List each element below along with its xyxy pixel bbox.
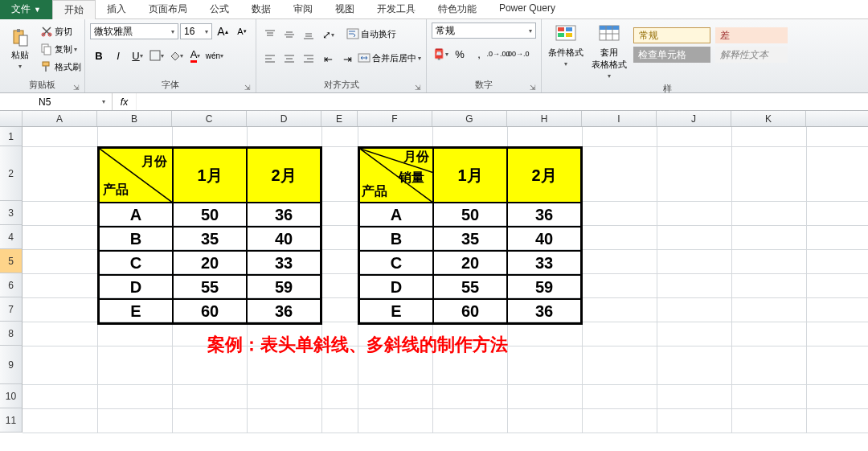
bold-button[interactable]: B	[90, 47, 108, 64]
svg-rect-32	[566, 27, 572, 31]
tab-插入[interactable]: 插入	[96, 0, 137, 19]
col-header-J[interactable]: J	[657, 111, 731, 126]
col-header-B[interactable]: B	[97, 111, 172, 126]
row-header-4[interactable]: 4	[0, 225, 23, 249]
row-header-6[interactable]: 6	[0, 273, 23, 297]
cell-style-explain[interactable]: 解释性文本	[715, 47, 788, 63]
row-header-11[interactable]: 11	[0, 408, 23, 433]
align-top-button[interactable]	[261, 26, 279, 43]
fx-button[interactable]: fx	[113, 93, 137, 110]
decrease-decimal-button[interactable]: .00→.0	[509, 45, 526, 63]
number-format-select[interactable]: 常规▾	[432, 23, 536, 39]
col-header-E[interactable]: E	[321, 111, 358, 126]
fill-color-button[interactable]: ▾	[167, 47, 185, 64]
svg-line-40	[100, 149, 174, 203]
row-headers: 1234567891011	[0, 127, 23, 433]
data-table: 月份产品1月2月A5036B3540C2033D5559E6036	[97, 146, 322, 325]
cut-button[interactable]: 剪切	[40, 23, 81, 39]
dialog-launcher-icon[interactable]: ⇲	[530, 84, 536, 92]
italic-button[interactable]: I	[109, 47, 127, 64]
row-header-9[interactable]: 9	[0, 346, 23, 384]
select-all-corner[interactable]	[0, 111, 23, 126]
format-table-button[interactable]: 套用 表格格式▾	[590, 23, 628, 80]
row-header-8[interactable]: 8	[0, 322, 23, 346]
merge-icon	[358, 51, 371, 64]
cell-style-normal[interactable]: 常规	[633, 27, 710, 43]
phonetic-button[interactable]: wén▾	[206, 47, 223, 64]
dialog-launcher-icon[interactable]: ⇲	[415, 84, 421, 92]
increase-decimal-button[interactable]: .0→.00	[489, 45, 507, 63]
align-middle-button[interactable]	[280, 26, 298, 43]
cell-style-bad[interactable]: 差	[715, 27, 788, 43]
spreadsheet-grid[interactable]: 1234567891011 月份产品1月2月A5036B3540C2033D55…	[0, 127, 868, 433]
tab-file[interactable]: 文件▼	[0, 0, 52, 19]
data-table: 月份销量产品1月2月A5036B3540C2033D5559E6036	[358, 146, 583, 325]
decrease-font-button[interactable]: A▾	[233, 23, 251, 40]
align-right-button[interactable]	[300, 50, 317, 68]
tab-审阅[interactable]: 审阅	[282, 0, 324, 19]
decrease-indent-button[interactable]: ⇤	[319, 50, 337, 68]
col-header-D[interactable]: D	[247, 111, 321, 126]
font-size-select[interactable]: 16▾	[180, 23, 212, 39]
tab-公式[interactable]: 公式	[199, 0, 240, 19]
bucket-icon	[169, 50, 180, 61]
col-header-I[interactable]: I	[582, 111, 657, 126]
border-button[interactable]: ▾	[148, 47, 166, 64]
row-header-2[interactable]: 2	[0, 146, 23, 201]
tab-页面布局[interactable]: 页面布局	[137, 0, 199, 19]
tab-开始[interactable]: 开始	[52, 0, 96, 19]
col-header-G[interactable]: G	[432, 111, 507, 126]
increase-indent-button[interactable]: ⇥	[338, 50, 356, 68]
align-bottom-button[interactable]	[300, 26, 317, 43]
svg-line-41	[360, 149, 434, 173]
comma-button[interactable]: ,	[470, 45, 488, 63]
row-header-10[interactable]: 10	[0, 384, 23, 408]
table-icon	[598, 23, 620, 45]
svg-rect-2	[19, 35, 27, 46]
dialog-launcher-icon[interactable]: ⇲	[73, 84, 80, 92]
font-name-select[interactable]: 微软雅黑▾	[90, 23, 178, 39]
tab-视图[interactable]: 视图	[324, 0, 366, 19]
name-box[interactable]: N5▾	[32, 93, 113, 110]
format-painter-button[interactable]: 格式刷	[40, 59, 81, 75]
svg-rect-7	[43, 62, 49, 66]
svg-line-42	[360, 149, 434, 203]
tab-数据[interactable]: 数据	[240, 0, 282, 19]
svg-rect-6	[44, 47, 51, 55]
group-font: 微软雅黑▾ 16▾ A▴ A▾ B I U▾ ▾ ▾ A▾ wén▾ 字体⇲	[85, 19, 256, 92]
orientation-button[interactable]: ⤢▾	[319, 26, 337, 43]
col-header-K[interactable]: K	[731, 111, 806, 126]
col-header-A[interactable]: A	[23, 111, 97, 126]
conditional-format-button[interactable]: 条件格式▾	[547, 23, 585, 80]
underline-button[interactable]: U▾	[129, 47, 146, 64]
accounting-button[interactable]: 📮▾	[432, 45, 449, 63]
col-header-C[interactable]: C	[172, 111, 247, 126]
col-header-H[interactable]: H	[507, 111, 582, 126]
ribbon-tabs: 文件▼ 开始插入页面布局公式数据审阅视图开发工具特色功能Power Query	[0, 0, 868, 19]
tab-特色功能[interactable]: 特色功能	[427, 0, 488, 19]
cell-style-check[interactable]: 检查单元格	[633, 47, 710, 63]
row-header-7[interactable]: 7	[0, 297, 23, 322]
copy-icon	[40, 43, 53, 55]
wrap-icon	[346, 27, 359, 40]
merge-center-button[interactable]: 合并后居中▾	[358, 50, 421, 66]
increase-font-button[interactable]: A▴	[214, 23, 231, 40]
row-header-3[interactable]: 3	[0, 201, 23, 225]
scissors-icon	[40, 25, 53, 38]
svg-rect-36	[600, 26, 619, 30]
percent-button[interactable]: %	[451, 45, 469, 63]
wrap-text-button[interactable]: 自动换行	[346, 26, 396, 42]
col-header-F[interactable]: F	[358, 111, 432, 126]
row-header-5[interactable]: 5	[0, 249, 23, 273]
dialog-launcher-icon[interactable]: ⇲	[244, 84, 251, 92]
copy-button[interactable]: 复制▾	[40, 41, 81, 57]
align-center-button[interactable]	[280, 50, 298, 68]
paste-button[interactable]: 粘贴▾	[3, 21, 37, 77]
paste-icon	[10, 28, 30, 47]
font-color-button[interactable]: A▾	[186, 47, 204, 64]
tab-开发工具[interactable]: 开发工具	[366, 0, 427, 19]
align-left-button[interactable]	[261, 50, 279, 68]
row-header-1[interactable]: 1	[0, 127, 23, 146]
column-headers: ABCDEFGHIJK	[0, 111, 868, 127]
tab-Power Query[interactable]: Power Query	[488, 0, 567, 19]
